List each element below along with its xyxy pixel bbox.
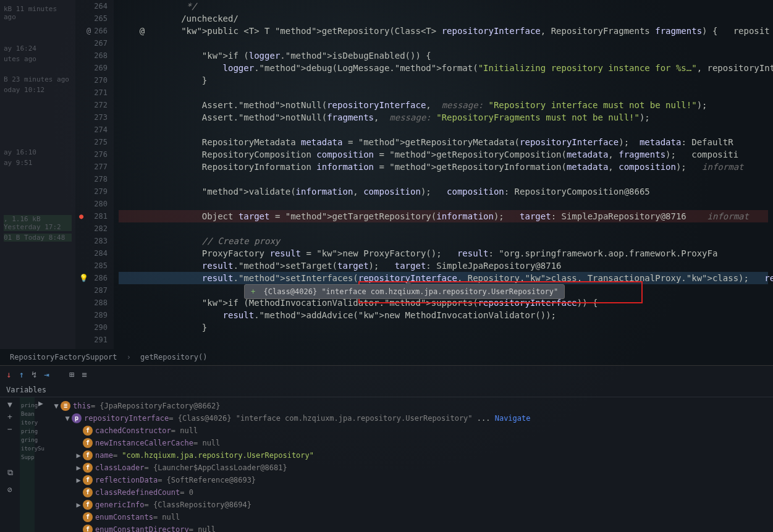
type-icon: f [83, 450, 93, 460]
code-line[interactable]: // Create proxy [119, 235, 768, 247]
line-number[interactable]: 271 [82, 87, 108, 99]
calc-icon[interactable]: ⊞ [69, 369, 74, 379]
line-number[interactable]: 268 [82, 49, 108, 62]
step-icon[interactable]: ⇥ [44, 369, 49, 379]
type-icon: f [83, 438, 93, 448]
line-number[interactable]: 270 [82, 74, 108, 87]
variable-row[interactable]: fenumConstantDirectory = null [52, 523, 768, 532]
tree-arrow-icon[interactable]: ▶ [74, 474, 83, 486]
line-number[interactable]: 274 [82, 124, 108, 136]
tree-arrow-icon[interactable]: ▼ [63, 412, 72, 424]
code-line[interactable]: } [119, 74, 768, 87]
code-line[interactable]: RepositoryMetadata metadata = "method">g… [119, 136, 768, 148]
variable-value: = null [153, 511, 180, 523]
copy-icon[interactable]: ⧉ [0, 468, 20, 480]
breadcrumb-item[interactable]: RepositoryFactorySupport [10, 353, 117, 361]
line-number[interactable]: 267 [82, 37, 108, 49]
variable-row[interactable]: ▶freflectionData = {SoftReference@8693} [52, 474, 768, 486]
breadcrumb-item[interactable]: getRepository() [140, 353, 207, 361]
tree-arrow-icon[interactable]: ▶ [74, 449, 83, 462]
code-line[interactable]: */ [119, 0, 768, 12]
line-number[interactable]: 289 [82, 309, 108, 321]
variable-row[interactable]: fcachedConstructor = null [52, 424, 768, 437]
line-number[interactable]: 282 [82, 222, 108, 235]
code-line[interactable]: "kw">if (logger."method">isDebugEnabled(… [119, 49, 768, 62]
down-arrow-icon[interactable]: ↓ [6, 369, 11, 379]
line-number[interactable]: @266 [82, 25, 108, 37]
add-icon[interactable]: + [0, 412, 20, 424]
code-line[interactable]: RepositoryInformation information = "met… [119, 161, 768, 173]
code-line[interactable] [119, 198, 768, 210]
line-number[interactable]: 💡286 [82, 272, 108, 284]
variable-name: classRedefinedCount [95, 486, 180, 499]
line-number[interactable]: 278 [82, 173, 108, 185]
line-number[interactable]: 283 [82, 235, 108, 247]
line-number[interactable]: 287 [82, 284, 108, 297]
code-line[interactable]: logger."method">debug(LogMessage."method… [119, 62, 768, 74]
tree-arrow-icon[interactable]: ▶ [74, 462, 83, 474]
gutter-hint: itorySu [21, 445, 33, 452]
variable-row[interactable]: ▼prepositoryInterface = {Class@4026} "in… [52, 412, 768, 424]
link-icon[interactable]: ⊘ [0, 485, 20, 497]
code-line[interactable]: result."method">addAdvice("kw">new Metho… [119, 309, 768, 321]
line-number[interactable]: 285 [82, 260, 108, 272]
code-line[interactable]: @ "kw">public <T> T "method">getReposito… [119, 25, 768, 37]
line-number[interactable]: 265 [82, 12, 108, 25]
line-number[interactable]: 279 [82, 185, 108, 198]
filter-icon[interactable]: ▼ [0, 400, 20, 412]
code-line[interactable] [119, 87, 768, 99]
left-panel: kB 11 minutes ago ay 16:24 utes ago B 23… [0, 0, 75, 349]
code-line[interactable] [119, 334, 768, 346]
minus-icon[interactable]: − [0, 424, 20, 437]
line-number[interactable]: 288 [82, 297, 108, 309]
tree-arrow-icon[interactable]: ▶ [74, 499, 83, 511]
up-arrow-icon[interactable]: ↑ [19, 369, 23, 379]
toggle-icon[interactable]: ↯ [32, 369, 36, 379]
line-number[interactable]: 273 [82, 111, 108, 124]
type-icon: p [72, 413, 82, 423]
plus-icon[interactable]: + [251, 287, 255, 296]
variable-value: = {SoftReference@8693} [158, 474, 256, 486]
list-icon[interactable]: ≡ [82, 369, 87, 379]
code-line[interactable] [119, 124, 768, 136]
code-line[interactable]: RepositoryComposition composition = "met… [119, 148, 768, 161]
code-line[interactable]: /unchecked/ [119, 12, 768, 25]
code-line[interactable]: Object target = "method">getTargetReposi… [119, 210, 768, 222]
line-number[interactable]: 272 [82, 99, 108, 111]
line-number[interactable]: 284 [82, 247, 108, 260]
line-number[interactable]: 276 [82, 148, 108, 161]
line-number[interactable]: 264 [82, 0, 108, 12]
line-number[interactable]: ●281 [82, 210, 108, 222]
line-number[interactable]: 277 [82, 161, 108, 173]
code-line[interactable]: result."method">setTarget(target); targe… [119, 260, 768, 272]
tree-arrow-icon[interactable]: ▼ [52, 400, 61, 412]
line-number[interactable]: 280 [82, 198, 108, 210]
type-icon: f [83, 500, 93, 510]
code-line[interactable]: Assert."method">notNull(fragments, messa… [119, 111, 768, 124]
line-number[interactable]: 269 [82, 62, 108, 74]
code-line[interactable]: "method">validate(information, compositi… [119, 185, 768, 198]
code-line[interactable]: ProxyFactory result = "kw">new ProxyFact… [119, 247, 768, 260]
code-line[interactable]: } [119, 321, 768, 334]
code-line[interactable] [119, 173, 768, 185]
variable-row[interactable]: ▶fname = "com.hzqiuxm.jpa.repository.Use… [52, 449, 768, 462]
line-number[interactable]: 290 [82, 321, 108, 334]
variable-row[interactable]: fenumConstants = null [52, 511, 768, 523]
variable-value: = {JpaRepositoryFactory@8662} [91, 400, 221, 412]
variable-row[interactable]: fclassRedefinedCount = 0 [52, 486, 768, 499]
expand-arrow-icon[interactable]: ▶ [35, 399, 47, 408]
variable-row[interactable]: fnewInstanceCallerCache = null [52, 437, 768, 449]
variable-name: enumConstants [95, 511, 153, 523]
variable-name: newInstanceCallerCache [95, 437, 193, 449]
variable-value: = {Launcher$AppClassLoader@8681} [144, 462, 287, 474]
variable-row[interactable]: ▶fgenericInfo = {ClassRepository@8694} [52, 499, 768, 511]
panel-item: 01 B Today 8:48 [4, 234, 72, 242]
line-number[interactable]: 275 [82, 136, 108, 148]
code-line[interactable]: Assert."method">notNull(repositoryInterf… [119, 99, 768, 111]
code-line[interactable] [119, 37, 768, 49]
variable-row[interactable]: ▼≡this = {JpaRepositoryFactory@8662} [52, 400, 768, 412]
code-line[interactable] [119, 222, 768, 235]
line-number[interactable]: 291 [82, 334, 108, 346]
variable-row[interactable]: ▶fclassLoader = {Launcher$AppClassLoader… [52, 462, 768, 474]
variables-tree[interactable]: ▼≡this = {JpaRepositoryFactory@8662}▼pre… [47, 397, 773, 532]
